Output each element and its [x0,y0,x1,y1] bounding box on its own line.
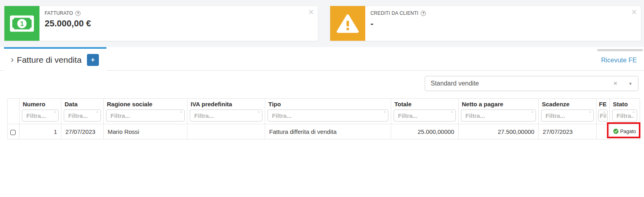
column-header-label: Stato [613,101,637,107]
add-invoice-button[interactable]: + [87,54,99,66]
filter-fe-input[interactable] [598,109,608,121]
card-crediti-da-clienti: CREDITI DA CLIENTI ? - × [330,6,641,41]
invoices-panel: Standard vendite × ▼ Numero ▲ Data [0,71,644,139]
tab-fatture-di-vendita[interactable]: › Fatture di vendita + [4,47,106,71]
column-header-label: Data [65,101,101,107]
column-header-label: Scadenze [542,101,594,107]
cell-numero: 1 [20,124,61,139]
status-badge: Pagato [613,129,636,134]
cell-data: 27/07/2023 [61,124,104,139]
filter-netto-a-pagare-input[interactable] [461,109,536,121]
cell-stato: Pagato [610,124,640,139]
cell-tipo: Fattura differita di vendita [265,124,391,139]
cell-netto-a-pagare: 27.500,00000 [459,124,539,139]
tabs-bar: › Fatture di vendita + Ricevute FE [0,47,644,71]
cell-ragione-sociale: Mario Rossi [104,124,187,139]
column-netto-a-pagare: Netto a pagare ▲ [459,99,539,124]
column-header-label: Numero [23,101,59,107]
column-header-label: Netto a pagare [462,101,536,107]
table-row[interactable]: 1 27/07/2023 Mario Rossi Fattura differi… [8,124,640,139]
column-header-label: Ragione sociale [107,101,185,107]
cell-scadenze: 27/07/2023 [539,124,597,139]
column-totale: Totale ▲ [391,99,459,124]
column-iva-predefinita: IVA predefinita ▲ [187,99,265,124]
select-value: Standard vendite [431,80,613,87]
filter-tipo-input[interactable] [268,109,388,121]
clear-icon[interactable]: × [613,80,617,88]
check-circle-icon [613,129,618,134]
filter-ragione-sociale-input[interactable] [106,109,185,121]
cell-iva-predefinita [187,124,265,139]
filter-stato-input[interactable] [612,109,637,121]
header-row: Numero ▲ Data ▲ Ragione sociale ▲ IVA pr… [8,99,640,124]
card-title-text: CREDITI DA CLIENTI [370,10,418,16]
invoices-table-wrap: Numero ▲ Data ▲ Ragione sociale ▲ IVA pr… [7,98,640,139]
filter-data-input[interactable] [64,109,101,121]
row-checkbox[interactable] [10,130,16,135]
column-header-label: FE [599,101,608,107]
banknote-icon: 1 [4,6,39,41]
card-fatturato: 1 FATTURATO ? 25.000,00 € × [4,6,318,41]
chevron-down-icon[interactable]: ▼ [628,82,632,86]
column-ragione-sociale: Ragione sociale ▲ [104,99,187,124]
cell-totale: 25.000,00000 [391,124,459,139]
column-stato: Stato ▲ [610,99,640,124]
svg-text:1: 1 [20,20,24,27]
column-scadenze: Scadenze ▲ [539,99,597,124]
filter-numero-input[interactable] [22,109,59,121]
warning-icon [330,6,365,41]
row-checkbox-cell [8,124,20,139]
ricevute-fe-link[interactable]: Ricevute FE [601,56,637,64]
invoices-table: Numero ▲ Data ▲ Ragione sociale ▲ IVA pr… [7,98,640,139]
column-tipo: Tipo ▲ [265,99,391,124]
cell-fe [597,124,610,139]
filter-iva-predefinita-input[interactable] [190,109,262,121]
column-numero: Numero ▲ [20,99,61,124]
chevron-right-icon: › [11,55,14,65]
card-title: FATTURATO ? [45,10,91,16]
filter-scadenze-input[interactable] [541,109,594,121]
help-icon[interactable]: ? [75,11,81,16]
list-view-select[interactable]: Standard vendite × ▼ [425,76,638,91]
card-title: CREDITI DA CLIENTI ? [370,10,426,16]
status-badge-label: Pagato [620,129,636,134]
close-icon[interactable]: × [632,6,637,18]
card-value: 25.000,00 € [45,18,91,29]
kpi-cards-strip: 1 FATTURATO ? 25.000,00 € × CREDITI DA C… [0,0,644,47]
column-header-label: IVA predefinita [191,101,262,107]
column-header-label: Tipo [268,101,388,107]
horizontal-scrollbar-thumb[interactable] [597,49,643,51]
card-value: - [370,18,426,29]
filter-totale-input[interactable] [394,109,456,121]
card-title-text: FATTURATO [45,10,73,16]
column-fe: FE ▲ [597,99,610,124]
help-icon[interactable]: ? [421,11,426,16]
column-header-label: Totale [394,101,456,107]
tab-label: Fatture di vendita [17,55,81,65]
column-data: Data ▲ [61,99,104,124]
column-select [8,99,20,124]
close-icon[interactable]: × [309,6,314,18]
